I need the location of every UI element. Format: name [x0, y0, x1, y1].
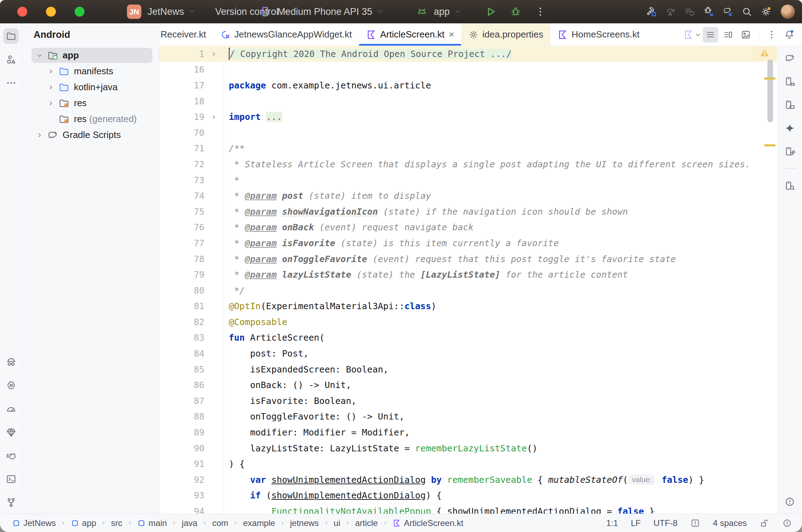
breadcrumb-item[interactable]: src: [111, 518, 122, 528]
editor-scrollbar-thumb[interactable]: [767, 59, 773, 122]
code-line[interactable]: 93 if (showUnimplementedActionDialog) {: [159, 488, 777, 504]
project-button[interactable]: [3, 28, 19, 44]
view-code-button[interactable]: [703, 27, 718, 42]
code-line[interactable]: 88 onToggleFavorite: () -> Unit,: [159, 409, 777, 425]
fold-arrow-icon[interactable]: [204, 50, 223, 57]
breadcrumb-item[interactable]: example: [243, 518, 275, 528]
code-line[interactable]: 78 * @param onToggleFavorite (event) req…: [159, 251, 777, 267]
file-encoding[interactable]: UTF-8: [653, 518, 678, 528]
search-icon[interactable]: [739, 4, 755, 19]
code-line[interactable]: 75 * @param showNavigationIcon (state) i…: [159, 204, 777, 220]
code-line[interactable]: 89 modifier: Modifier = Modifier,: [159, 424, 777, 440]
breadcrumb-item[interactable]: JetNews: [12, 518, 56, 528]
chevron-down-icon[interactable]: [34, 50, 45, 61]
tree-row-app[interactable]: app: [22, 47, 159, 63]
code-line[interactable]: 70: [159, 125, 777, 141]
device-manager-button[interactable]: [782, 74, 798, 89]
run-button[interactable]: [483, 4, 499, 19]
tree-row-kotlin-java[interactable]: kotlin+java: [22, 79, 159, 95]
code-line[interactable]: 79 * @param lazyListState (state) the [L…: [159, 267, 777, 283]
device-selector[interactable]: Medium Phone API 35: [254, 1, 387, 22]
resource-manager-button[interactable]: [3, 52, 19, 67]
code-line[interactable]: 92 var showUnimplementedActionDialog by …: [159, 472, 777, 488]
gradle-button[interactable]: [782, 50, 798, 66]
code-editor[interactable]: 1/ Copyright 2020 The Android Open Sourc…: [159, 46, 777, 514]
code-line[interactable]: 17package com.example.jetnews.ui.article: [159, 77, 777, 93]
editor-tab[interactable]: ArticleScreen.kt×: [359, 23, 461, 46]
notifications-button[interactable]: [781, 27, 797, 42]
code-line[interactable]: 87 isFavorite: Boolean,: [159, 393, 777, 409]
run-configuration-selector[interactable]: app: [411, 1, 465, 22]
project-menu[interactable]: JetNews: [144, 4, 199, 20]
warning-stripe-mark[interactable]: [764, 77, 775, 80]
code-line[interactable]: 72 * Stateless Article Screen that displ…: [159, 156, 777, 172]
code-line[interactable]: 76 * @param onBack (event) request navig…: [159, 220, 777, 236]
hidden-tabs-dropdown-button[interactable]: [685, 27, 701, 42]
more-options-button[interactable]: [764, 27, 779, 42]
device-mirroring-button[interactable]: [782, 144, 798, 159]
build-hammer-icon[interactable]: [644, 4, 659, 19]
code-line[interactable]: 83fun ArticleScreen(: [159, 330, 777, 346]
code-line[interactable]: 71/**: [159, 141, 777, 157]
close-icon[interactable]: ×: [449, 29, 454, 40]
chevron-right-icon[interactable]: [46, 66, 56, 77]
caret-position[interactable]: 1:1: [606, 518, 618, 528]
editor-tab[interactable]: JetnewsGlanceAppWidget.kt: [213, 23, 359, 46]
rerun-tests-icon[interactable]: [663, 4, 678, 19]
code-line[interactable]: 94 FunctionalityNotAvailablePopup { show…: [159, 503, 777, 514]
tree-row-manifests[interactable]: manifests: [22, 63, 159, 79]
breadcrumb-item[interactable]: jetnews: [290, 518, 319, 528]
version-control-button[interactable]: [3, 495, 19, 510]
line-separator[interactable]: LF: [631, 518, 641, 528]
minimize-window-button[interactable]: [46, 7, 56, 17]
problems-button[interactable]: [782, 494, 798, 509]
code-line[interactable]: 80 */: [159, 283, 777, 299]
more-tool-windows-button[interactable]: [3, 75, 19, 91]
code-line[interactable]: 91) {: [159, 456, 777, 472]
settings-gear-icon[interactable]: [758, 4, 774, 19]
code-line[interactable]: 16: [159, 62, 777, 78]
code-line[interactable]: 86 onBack: () -> Unit,: [159, 377, 777, 393]
warning-stripe-mark[interactable]: [764, 144, 775, 146]
close-window-button[interactable]: [17, 7, 27, 17]
user-avatar[interactable]: [781, 5, 795, 19]
code-line[interactable]: 85 isExpandedScreen: Boolean,: [159, 362, 777, 377]
indent-setting[interactable]: 4 spaces: [713, 518, 747, 528]
code-line[interactable]: 84 post: Post,: [159, 346, 777, 362]
breadcrumb-item[interactable]: article: [355, 518, 378, 528]
profiler-button[interactable]: [3, 401, 19, 417]
code-line[interactable]: 82@Composable: [159, 314, 777, 330]
running-devices-button[interactable]: [782, 97, 798, 112]
breadcrumb-item[interactable]: app: [71, 518, 96, 528]
unlocked-icon[interactable]: [760, 518, 769, 528]
code-line[interactable]: 18: [159, 93, 777, 109]
breadcrumb-item[interactable]: ui: [334, 518, 341, 528]
gemini-button[interactable]: [782, 120, 798, 136]
debug-button[interactable]: [508, 4, 523, 19]
tree-row-res[interactable]: res (generated): [22, 111, 159, 127]
run-tool-button[interactable]: [3, 378, 19, 393]
chevron-right-icon[interactable]: [34, 130, 45, 140]
app-quality-insights-button[interactable]: [3, 424, 19, 440]
gradle-sync-icon[interactable]: [720, 4, 736, 19]
editor-tab[interactable]: idea.properties: [461, 23, 550, 46]
editor-tab[interactable]: Receiver.kt: [159, 23, 213, 46]
inspections-widget[interactable]: [753, 47, 776, 60]
app-inspection-button[interactable]: [3, 354, 19, 370]
breadcrumb-item[interactable]: main: [137, 518, 167, 528]
attach-debugger-icon[interactable]: [701, 4, 716, 19]
view-design-button[interactable]: [738, 27, 754, 42]
device-explorer-button[interactable]: [782, 178, 798, 193]
code-line[interactable]: 90 lazyListState: LazyListState = rememb…: [159, 440, 777, 456]
breadcrumb-item[interactable]: java: [182, 518, 197, 528]
terminal-button[interactable]: [3, 471, 19, 487]
fold-arrow-icon[interactable]: [204, 114, 223, 121]
highlight-level-icon[interactable]: [690, 518, 700, 528]
problems-icon[interactable]: [782, 518, 792, 528]
code-line[interactable]: 74 * @param post (state) item to display: [159, 188, 777, 204]
breadcrumb-item[interactable]: ArticleScreen.kt: [393, 518, 463, 528]
code-line[interactable]: 19import ...: [159, 109, 777, 125]
tree-row-gradle-scripts[interactable]: Gradle Scripts: [22, 127, 159, 143]
code-line[interactable]: 77 * @param isFavorite (state) is this i…: [159, 235, 777, 251]
tree-row-res[interactable]: res: [22, 95, 159, 111]
